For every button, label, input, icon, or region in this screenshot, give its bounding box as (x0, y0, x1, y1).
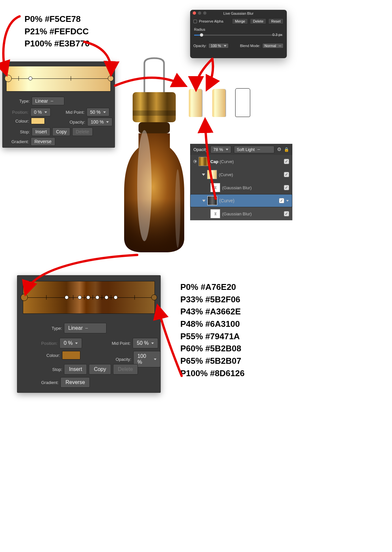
gradient-preview-gold[interactable] (6, 66, 111, 92)
annotation-gold-p0: P0% #F5CE78 (24, 13, 90, 25)
delete-button[interactable]: Delete (72, 127, 92, 136)
layer-thumb: ⧗ (210, 183, 220, 192)
delete-button[interactable]: Delete (113, 364, 138, 375)
position-select[interactable]: 0 % (59, 338, 82, 348)
disclosure-icon[interactable] (202, 174, 205, 176)
gradient-stop[interactable] (28, 76, 32, 80)
stop-label: Stop: (52, 367, 62, 372)
reverse-button[interactable]: Reverse (60, 377, 90, 388)
visibility-checkbox[interactable]: ✓ (284, 159, 289, 164)
radius-slider[interactable] (194, 33, 283, 37)
layer-thumb: ⧗ (210, 209, 220, 218)
colour-swatch[interactable] (31, 118, 45, 124)
cap-piece-gold-1 (189, 89, 202, 117)
annotation-bronze-p43: P43% #A3662E (180, 306, 245, 318)
gradient-stop[interactable] (151, 294, 157, 300)
layer-thumb (207, 196, 217, 205)
lock-icon[interactable]: 🔒 (284, 147, 289, 152)
position-label: Position: (41, 341, 57, 346)
gradient-stop[interactable] (21, 294, 28, 301)
layer-gaussian-1[interactable]: ⧗ (Gaussian Blur) ✓ (190, 181, 292, 194)
zoom-icon[interactable] (203, 11, 206, 15)
colour-swatch[interactable] (62, 351, 80, 360)
layer-thumb (199, 157, 208, 166)
copy-button[interactable]: Copy (52, 127, 70, 136)
midpoint-select[interactable]: 50 % (87, 108, 109, 116)
svg-point-4 (175, 169, 180, 248)
close-icon[interactable] (193, 11, 196, 15)
gradient-stop[interactable] (5, 75, 12, 82)
gradient-label: Gradient: (41, 380, 58, 385)
colour-label: Colour: (46, 353, 60, 358)
gradient-stop[interactable] (86, 295, 90, 299)
minimize-icon[interactable] (198, 11, 201, 15)
disclosure-icon[interactable] (202, 200, 205, 202)
gear-icon[interactable]: ⚙ (277, 146, 281, 152)
insert-button[interactable]: Insert (64, 364, 87, 375)
cap-piece-outline (235, 88, 250, 117)
type-label: Type: (19, 99, 30, 104)
gradient-panel-gold: Type: Linear Position: 0 % Mid Point: 50… (2, 61, 115, 148)
layers-blend-select[interactable]: Soft Light (234, 146, 274, 153)
annotation-gold-p100: P100% #E3B770 (24, 38, 90, 50)
gauss-opacity-label: Opacity: (193, 44, 206, 48)
copy-button[interactable]: Copy (89, 364, 111, 375)
position-select[interactable]: 0 % (30, 108, 51, 116)
bottle-illustration (122, 55, 187, 254)
layer-curve-2-selected[interactable]: (Curve) ✓ (190, 194, 292, 207)
preserve-alpha-checkbox[interactable] (193, 20, 197, 23)
opacity-label: Opacity: (116, 357, 131, 362)
gaussian-blur-panel: Live Gaussian Blur Preserve Alpha Merge … (190, 10, 287, 58)
midpoint-select[interactable]: 50 % (133, 338, 158, 348)
type-select[interactable]: Linear (64, 323, 106, 333)
layer-gaussian-2[interactable]: ⧗ (Gaussian Blur) ✓ (190, 207, 292, 220)
midpoint-label: Mid Point: (112, 341, 131, 346)
annotation-bronze-p65: P65% #5B2B07 (180, 355, 245, 367)
delete-button[interactable]: Delete (250, 18, 266, 24)
annotation-bronze-p100: P100% #8D6126 (180, 367, 245, 380)
gradient-label: Gradient: (11, 139, 29, 144)
gauss-blend-select[interactable]: Normal (262, 43, 284, 48)
disclosure-icon[interactable] (193, 160, 197, 163)
layer-curve-1[interactable]: (Curve) ✓ (190, 168, 292, 181)
gradient-stop[interactable] (114, 295, 118, 299)
insert-button[interactable]: Insert (32, 127, 50, 136)
visibility-checkbox[interactable]: ✓ (284, 185, 289, 190)
stop-label: Stop: (20, 129, 30, 134)
annotation-bronze-p48: P48% #6A3100 (180, 318, 245, 330)
opacity-select[interactable]: 100 % (87, 118, 113, 126)
reset-button[interactable]: Reset (268, 18, 284, 24)
panel-title: Live Gaussian Blur (223, 11, 253, 15)
layer-cap[interactable]: Cap (Curve) ✓ (190, 155, 292, 168)
colour-label: Colour: (15, 119, 29, 124)
svg-point-3 (137, 130, 152, 241)
type-label: Type: (52, 326, 62, 331)
annotation-bronze-p33: P33% #5B2F06 (180, 293, 245, 306)
layer-thumb (207, 170, 217, 179)
radius-label: Radius (190, 25, 287, 31)
merge-button[interactable]: Merge (232, 18, 248, 24)
visibility-checkbox[interactable]: ✓ (279, 198, 284, 203)
radius-value: 0.3 px (272, 33, 282, 37)
gradient-stop[interactable] (95, 295, 99, 299)
type-select[interactable]: Linear (32, 97, 64, 105)
svg-rect-1 (133, 110, 176, 116)
layers-opacity-select[interactable]: 78 % (210, 146, 231, 153)
layers-panel: Opacity 78 % Soft Light ⚙ 🔒 Cap (Curve) … (190, 144, 292, 220)
layers-opacity-label: Opacity (193, 147, 208, 152)
preserve-alpha-label: Preserve Alpha (199, 19, 223, 23)
gradient-stop[interactable] (105, 295, 108, 299)
gradient-stop[interactable] (78, 295, 82, 299)
cap-piece-gold-2 (212, 89, 225, 117)
annotation-bronze-p55: P55% #79471A (180, 330, 245, 343)
reverse-button[interactable]: Reverse (31, 137, 55, 146)
gradient-stop[interactable] (108, 75, 114, 81)
position-label: Position: (12, 110, 28, 115)
gauss-opacity-select[interactable]: 100 % (208, 43, 228, 48)
visibility-checkbox[interactable]: ✓ (284, 172, 289, 177)
annotation-gold-p21: P21% #FEFDCC (24, 25, 90, 38)
visibility-checkbox[interactable]: ✓ (284, 211, 289, 216)
annotation-bronze-p60: P60% #5B2B08 (180, 343, 245, 355)
gradient-stop[interactable] (65, 295, 69, 299)
annotation-bronze-p0: P0% #A76E20 (180, 281, 245, 293)
